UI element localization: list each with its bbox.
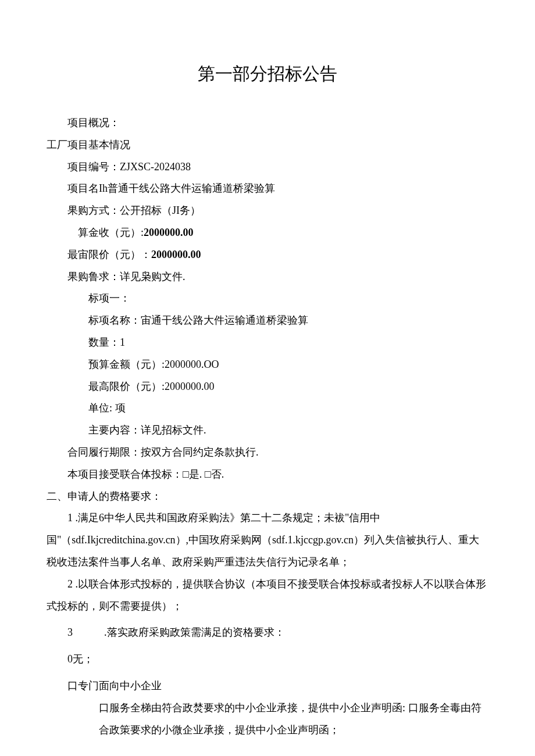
consortium-line: 本项目接受联合体投标：□是. □否. <box>47 464 488 486</box>
max-price-label: 最宙限价（元）： <box>67 249 151 260</box>
budget-label: 算金收（元）: <box>78 227 144 238</box>
requirement-line: 果购鲁求：详见枭购文件. <box>47 266 488 288</box>
section-2-heading: 二、申请人的费格要求： <box>47 486 488 508</box>
max-price-value: 2000000.00 <box>151 249 201 260</box>
document-page: 第一部分招标公告 项目概况： 工厂项目基本情况 项目编号：ZJXSC-20240… <box>0 0 535 756</box>
contract-period-line: 合同履行期限：按双方合同约定条款执行. <box>47 442 488 464</box>
requirement-1: 1 .满足6中华人民共和国政府采购法》第二十二条规定；未袚"信用中国"（sdf.… <box>47 507 488 573</box>
requirement-3-sme-body: 口服务全梯由符合政焚要求的中小企业承接，提供中小企业声明函: 口服务全毒由符合政… <box>47 697 488 741</box>
lot-unit-line: 单位: 项 <box>47 397 488 420</box>
requirement-3-text: .落实政府采购政策需满足的资格要求： <box>104 626 285 638</box>
requirement-3-none: 0无； <box>47 648 488 671</box>
project-name-line: 项目名Ih普通干线公路大件运输通道桥梁验算 <box>47 178 488 200</box>
lot-heading: 标项一： <box>47 288 488 310</box>
section-1-heading: 工厂项目基本情况 <box>47 134 488 156</box>
budget-line: 算金收（元）:2000000.00 <box>47 222 488 244</box>
procurement-method-line: 果购方式：公开招标（JI务） <box>47 200 488 222</box>
requirement-3-number: 3 <box>67 626 73 638</box>
lot-max-price-line: 最高限价（元）:2000000.00 <box>47 376 488 398</box>
page-title: 第一部分招标公告 <box>47 55 488 92</box>
lot-name-line: 标项名称：宙通干线公路大件运输通道桥梁验算 <box>47 310 488 332</box>
project-number-value: ZJXSC-2024038 <box>120 161 191 173</box>
lot-budget-line: 预算金额（元）:2000000.OO <box>47 354 488 376</box>
lot-content-line: 主要内容：详见招标文件. <box>47 420 488 442</box>
requirement-3: 3 .落实政府采购政策需满足的资格要求： <box>47 622 488 644</box>
project-number-label: 项目编号： <box>67 161 120 173</box>
budget-value: 2000000.00 <box>144 227 194 238</box>
lot-quantity-line: 数量：1 <box>47 332 488 354</box>
requirement-3-sme-heading: 口专门面向中小企业 <box>47 675 488 697</box>
overview-label: 项目概况： <box>47 112 488 134</box>
requirement-2: 2 .以联合体形式投标的，提供联合协议（本项目不接受联合体投标或者投标人不以联合… <box>47 574 488 618</box>
project-number: 项目编号：ZJXSC-2024038 <box>47 156 488 178</box>
max-price-line: 最宙限价（元）：2000000.00 <box>47 244 488 266</box>
